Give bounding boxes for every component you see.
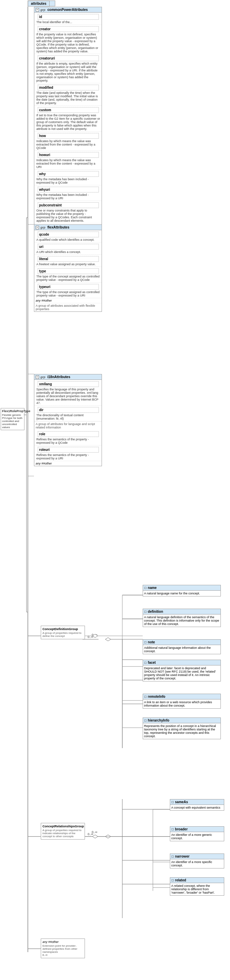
- field-box-hierarchyinfo-header: □ hierarchyInfo: [143, 718, 220, 723]
- field-creatoruri: creatoruri If the attribute is empty, sp…: [34, 54, 102, 83]
- field-typeuri: typeuri The type of the concept assigned…: [34, 283, 102, 298]
- i18n-attributes-box: − grp i18nAttributes xmllang Specifies t…: [34, 374, 102, 466]
- common-power-attributes-header: − grp commonPowerAttributes: [34, 7, 102, 13]
- field-role: role Refines the semantics of the proper…: [34, 430, 102, 445]
- field-how: how Indicates by which means the value w…: [34, 132, 102, 151]
- field-box-narrower: □ narrower An identifier of a more speci…: [170, 853, 224, 869]
- field-literal: literal A freetext value assigned as pro…: [34, 255, 102, 267]
- field-box-definition: □ definition A natural language definiti…: [143, 609, 221, 627]
- field-custom: custom If set to true the corresponding …: [34, 106, 102, 132]
- svg-marker-8: [105, 638, 111, 641]
- field-why: why Why the metadata has been included -…: [34, 170, 102, 185]
- field-id-dotted: id: [38, 14, 99, 20]
- concept-definition-group-box: ConceptDefinitionGroup A group of proper…: [41, 626, 85, 639]
- field-box-name: □ name A natural language name for the c…: [143, 585, 221, 597]
- flex-attributes-box: − grp flexAttributes qcode A qualified c…: [34, 224, 102, 312]
- svg-marker-18: [105, 835, 111, 838]
- field-box-sameas: □ sameAs A concept with equivalent seman…: [170, 799, 224, 811]
- concept-def-multiplicity: 0..∞: [88, 635, 93, 639]
- field-pubconstraint: pubconstraint One or many constraints th…: [34, 201, 102, 223]
- field-box-sameas-header: □ sameAs: [170, 799, 224, 805]
- field-howuri: howuri Indicates by which means the valu…: [34, 151, 102, 170]
- field-box-facet-header: □ facet: [143, 660, 220, 665]
- field-whyuri: whyuri Why the metadata has been include…: [34, 185, 102, 201]
- concept-relationships-group-box: ConceptRelationshipsGroup A group of pro…: [41, 823, 85, 840]
- i18n-any-other: any ##other: [34, 461, 102, 466]
- field-box-note: □ note Additional natural language infor…: [143, 639, 221, 654]
- field-box-remoteinfo-header: □ remoteInfo: [143, 694, 220, 700]
- any-other-bottom-box: any ##other Extension point for provider…: [41, 939, 85, 958]
- field-modified: modified The date (and optionally the ti…: [34, 83, 102, 106]
- field-dir: dir The directionality of textual conten…: [34, 406, 102, 421]
- field-box-remoteinfo: □ remoteInfo A link to an item or a web …: [143, 694, 221, 709]
- diagram-container: attributes: [0, 0, 230, 980]
- flex-attributes-header: − grp flexAttributes: [34, 225, 102, 230]
- field-box-hierarchyinfo: □ hierarchyInfo Represents the position …: [143, 718, 221, 739]
- field-qcode: qcode A qualified code which identifies …: [34, 230, 102, 242]
- field-xmllang: xmllang Specifies the language of this p…: [34, 380, 102, 406]
- field-box-definition-header: □ definition: [143, 609, 220, 614]
- i18n-attributes-header: − grp i18nAttributes: [34, 374, 102, 380]
- flex1-role-prop-type-label: Flex1RolePropType Flexible generic PCLty…: [1, 408, 24, 430]
- flex-expand-icon[interactable]: −: [36, 226, 39, 229]
- concept-rel-multiplicity: 0..∞: [88, 832, 93, 836]
- field-box-narrower-header: □ narrower: [170, 854, 224, 859]
- field-uri: uri A URI which identifies a concept.: [34, 242, 102, 255]
- i18n-note: A group of attributes for language and s…: [34, 421, 102, 430]
- diagram-title: attributes: [28, 1, 49, 6]
- field-box-related: □ related A related concept, where the r…: [170, 877, 224, 896]
- field-type: type The type of the concept assigned as…: [34, 267, 102, 283]
- field-box-name-header: □ name: [143, 585, 220, 591]
- expand-icon[interactable]: −: [36, 8, 39, 11]
- flex-note: A group of attributes associated with fl…: [34, 303, 102, 312]
- i18n-expand-icon[interactable]: −: [36, 375, 39, 379]
- field-box-note-header: □ note: [143, 640, 220, 645]
- field-box-broader-header: □ broader: [170, 827, 224, 832]
- field-box-facet: □ facet Deprecated and later: facet is d…: [143, 660, 221, 681]
- flex-any-other: any ##other: [34, 298, 102, 303]
- field-box-broader: □ broader An identifier of a more generi…: [170, 826, 224, 841]
- field-creator: creator If the property value is not def…: [34, 25, 102, 54]
- field-id: id The local identifier of the...: [34, 13, 102, 25]
- field-box-related-header: □ related: [170, 878, 224, 883]
- field-roleuri: roleuri Refines the semantics of the pro…: [34, 445, 102, 461]
